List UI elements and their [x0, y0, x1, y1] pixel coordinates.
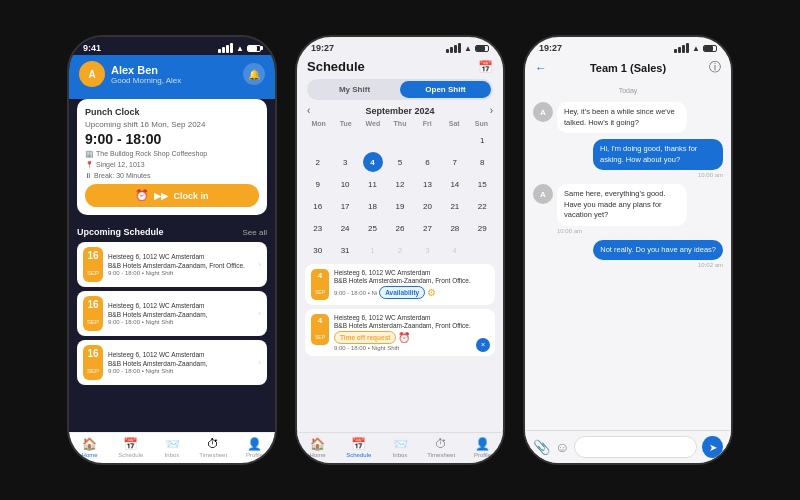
send-button[interactable]: ➤: [702, 436, 723, 458]
cal-date[interactable]: 29: [472, 218, 492, 238]
date-num: 16: [87, 250, 99, 261]
cal-date[interactable]: 24: [335, 218, 355, 238]
punch-clock-time: 9:00 - 18:00: [85, 131, 259, 147]
cal-date[interactable]: 1: [472, 130, 492, 150]
nav-schedule[interactable]: 📅 Schedule: [110, 437, 151, 458]
chevron-right-icon: ›: [258, 358, 261, 367]
schedule-icon: 📅: [351, 437, 366, 451]
cal-date[interactable]: 7: [445, 152, 465, 172]
cal-date[interactable]: [363, 130, 383, 150]
nav-inbox-2[interactable]: 📨 Inbox: [379, 437, 420, 458]
nav-timesheet-2[interactable]: ⏱ Timesheet: [421, 437, 462, 458]
cal-date[interactable]: 27: [417, 218, 437, 238]
nav-home[interactable]: 🏠 Home: [69, 437, 110, 458]
cal-date[interactable]: [472, 240, 492, 260]
cal-date[interactable]: 8: [472, 152, 492, 172]
cal-date[interactable]: 2: [390, 240, 410, 260]
cal-date[interactable]: 3: [335, 152, 355, 172]
user-info: Alex Ben Good Morning, Alex: [111, 64, 243, 85]
schedule-item[interactable]: 16 SEP Heisteeg 6, 1012 WC Amsterdam B&B…: [77, 340, 267, 385]
schedule-item[interactable]: 16 SEP Heisteeg 6, 1012 WC Amsterdam B&B…: [77, 242, 267, 287]
cal-date[interactable]: 31: [335, 240, 355, 260]
cal-date[interactable]: [417, 130, 437, 150]
upcoming-schedule: Upcoming Schedule See all 16 SEP Heistee…: [69, 221, 275, 432]
cal-date[interactable]: 9: [308, 174, 328, 194]
chat-input-bar: 📎 ☺ ➤: [525, 430, 731, 463]
cal-date[interactable]: 15: [472, 174, 492, 194]
back-button[interactable]: ←: [535, 61, 547, 75]
cal-date[interactable]: 22: [472, 196, 492, 216]
wifi-icon: ▲: [464, 44, 472, 53]
inbox-icon: 📨: [165, 437, 180, 451]
schedule-card-company: B&B Hotels Amsterdam-Zaandam, Front Offi…: [334, 277, 489, 285]
schedule-card-time: 9:00 - 18:00 • Ni: [334, 290, 377, 296]
cal-date[interactable]: 23: [308, 218, 328, 238]
nav-home-label: Home: [82, 452, 98, 458]
phone-1: 9:41 ▲ A Alex Ben Good Morning, Alex 🔔: [67, 35, 277, 465]
cal-date[interactable]: [445, 130, 465, 150]
cal-date[interactable]: 12: [390, 174, 410, 194]
cal-date[interactable]: 20: [417, 196, 437, 216]
schedule-card-info: Heisteeg 6, 1012 WC Amsterdam B&B Hotels…: [334, 314, 489, 351]
emoji-icon[interactable]: ☺: [555, 439, 569, 455]
nav-schedule-label: Schedule: [118, 452, 143, 458]
info-icon[interactable]: ⓘ: [709, 59, 721, 76]
cal-date[interactable]: 5: [390, 152, 410, 172]
cal-date[interactable]: 28: [445, 218, 465, 238]
cal-date[interactable]: 17: [335, 196, 355, 216]
cal-date[interactable]: 19: [390, 196, 410, 216]
cal-date[interactable]: 26: [390, 218, 410, 238]
cal-date[interactable]: 18: [363, 196, 383, 216]
cal-date[interactable]: [390, 130, 410, 150]
day-thu: Thu: [386, 120, 413, 127]
cal-date[interactable]: [308, 130, 328, 150]
cal-date[interactable]: 25: [363, 218, 383, 238]
notification-button[interactable]: 🔔: [243, 63, 265, 85]
battery-icon: [247, 45, 261, 52]
nav-profile[interactable]: 👤 Profile: [234, 437, 275, 458]
cal-date[interactable]: 1: [363, 240, 383, 260]
status-icons-2: ▲: [446, 43, 489, 53]
cal-date[interactable]: 4: [445, 240, 465, 260]
nav-inbox-label: Inbox: [393, 452, 408, 458]
nav-inbox[interactable]: 📨 Inbox: [151, 437, 192, 458]
schedule-item[interactable]: 16 SEP Heisteeg 6, 1012 WC Amsterdam B&B…: [77, 291, 267, 336]
cal-date[interactable]: 13: [417, 174, 437, 194]
cal-date[interactable]: 2: [308, 152, 328, 172]
notch-3: [598, 37, 658, 51]
timeoff-badge[interactable]: Time off request: [334, 331, 396, 344]
cal-date[interactable]: 21: [445, 196, 465, 216]
prev-month-button[interactable]: ‹: [307, 105, 310, 116]
chat-input[interactable]: [574, 436, 697, 458]
cal-date[interactable]: 3: [417, 240, 437, 260]
tab-my-shift[interactable]: My Shift: [309, 81, 400, 98]
clock-in-button[interactable]: ⏰ ▶▶ Clock in: [85, 184, 259, 207]
cal-date[interactable]: 6: [417, 152, 437, 172]
nav-schedule-2[interactable]: 📅 Schedule: [338, 437, 379, 458]
schedule-card[interactable]: 4 SEP Heisteeg 6, 1012 WC Amsterdam B&B …: [305, 264, 495, 305]
cal-date[interactable]: 14: [445, 174, 465, 194]
cal-date[interactable]: 30: [308, 240, 328, 260]
time-3: 19:27: [539, 43, 562, 53]
nav-profile-2[interactable]: 👤 Profile: [462, 437, 503, 458]
cal-date[interactable]: 11: [363, 174, 383, 194]
date-mon: SEP: [87, 368, 99, 374]
phone-2: 19:27 ▲ Schedule 📅 My Shift Open Shift ‹…: [295, 35, 505, 465]
tab-open-shift[interactable]: Open Shift: [400, 81, 491, 98]
nav-home-2[interactable]: 🏠 Home: [297, 437, 338, 458]
close-badge-button[interactable]: ×: [476, 338, 490, 352]
date-num: 16: [87, 348, 99, 359]
cal-date[interactable]: 16: [308, 196, 328, 216]
availability-badge[interactable]: Availability: [379, 286, 425, 299]
cal-date[interactable]: [335, 130, 355, 150]
schedule-card[interactable]: 4 SEP Heisteeg 6, 1012 WC Amsterdam B&B …: [305, 309, 495, 356]
calendar-icon: 📅: [478, 60, 493, 74]
cal-date-today[interactable]: 4: [363, 152, 383, 172]
nav-timesheet-label: Timesheet: [427, 452, 455, 458]
see-all-link[interactable]: See all: [243, 228, 267, 237]
nav-timesheet[interactable]: ⏱ Timesheet: [193, 437, 234, 458]
cal-date[interactable]: 10: [335, 174, 355, 194]
calendar-month: September 2024: [365, 106, 434, 116]
attach-icon[interactable]: 📎: [533, 439, 550, 455]
next-month-button[interactable]: ›: [490, 105, 493, 116]
